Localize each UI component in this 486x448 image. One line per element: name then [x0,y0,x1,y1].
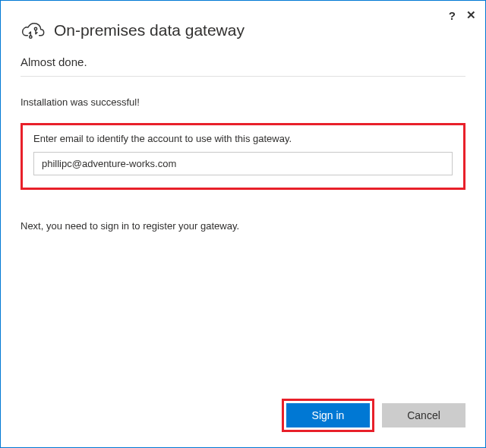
help-icon[interactable]: ? [449,9,456,22]
email-section-highlight: Enter email to identify the account to u… [21,123,465,190]
cloud-gateway-icon [21,19,45,42]
svg-point-0 [30,36,32,38]
titlebar-controls: ? ✕ [449,8,476,22]
email-label: Enter email to identify the account to u… [33,133,453,144]
svg-point-1 [34,27,36,30]
next-instruction: Next, you need to sign in to register yo… [21,220,465,232]
dialog-header: On-premises data gateway [21,19,465,42]
dialog-footer: Sign in Cancel [282,399,465,432]
sign-in-highlight: Sign in [282,399,374,432]
dialog-window: ? ✕ On-premises data gateway Almost done… [0,0,486,448]
installation-status: Installation was successful! [21,96,465,108]
close-icon[interactable]: ✕ [466,8,476,22]
divider [21,76,465,77]
email-input[interactable] [33,152,453,175]
dialog-title: On-premises data gateway [54,21,245,39]
dialog-subtitle: Almost done. [21,55,465,68]
cancel-button[interactable]: Cancel [382,403,465,427]
sign-in-button[interactable]: Sign in [286,403,370,427]
